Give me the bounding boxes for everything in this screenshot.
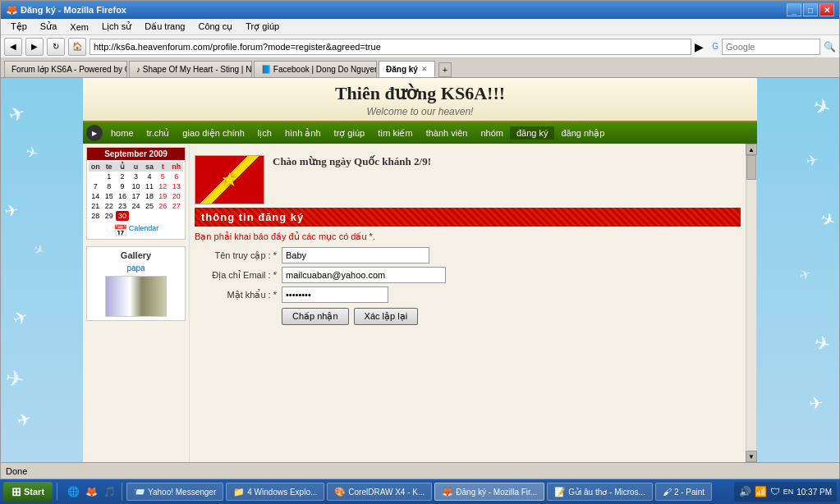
start-label: Start	[24, 487, 44, 497]
back-button[interactable]: ◀	[4, 38, 22, 56]
input-password[interactable]	[282, 286, 388, 303]
site-title: Thiên đường KS6A!!!	[83, 83, 757, 104]
tab-facebook-label: 📘 Facebook | Dong Do Nguyen Canh	[261, 65, 377, 74]
site-nav: ▶ home tr.chủ giao diện chính lịch hình …	[83, 122, 757, 144]
nav-giao-dien[interactable]: giao diện chính	[176, 126, 251, 140]
main-top-area: ★ Chào mừng ngày Quốc khánh 2/9!	[195, 155, 741, 208]
taskbar-explorer[interactable]: 📁 4 Windows Explo...	[226, 483, 324, 501]
menu-history[interactable]: Lịch sử	[95, 20, 138, 34]
maximize-button[interactable]: □	[803, 3, 818, 16]
gallery-widget: Gallery papa	[86, 246, 186, 321]
ie-icon[interactable]: 🌐	[65, 483, 81, 500]
firefox-icon[interactable]: 🦊	[83, 483, 99, 500]
nav-dang-nhap[interactable]: đăng nhập	[554, 126, 611, 140]
menu-help[interactable]: Trợ giúp	[239, 20, 286, 34]
tab-music[interactable]: ♪ Shape Of My Heart - Sting | Nghe nhạc …	[129, 61, 252, 77]
menu-view[interactable]: Xem	[63, 21, 95, 34]
nav-trang-chu[interactable]: tr.chủ	[140, 126, 177, 140]
minimize-button[interactable]: _	[787, 3, 801, 16]
cal-week-5: 28 29 30	[89, 211, 183, 221]
flag-star-icon: ★	[221, 168, 239, 191]
nav-bar: ◀ ▶ ↻ 🏠 ▶ G 🔍	[1, 35, 839, 58]
taskbar-yahoo[interactable]: 📨 Yahoo! Messenger	[126, 483, 223, 501]
tab-register-label: Đăng ký	[386, 65, 418, 74]
browser-icon: 🦊	[6, 4, 17, 16]
reload-button[interactable]: ↻	[47, 38, 65, 56]
reset-button[interactable]: Xác lập lại	[354, 308, 419, 325]
scrollbar-right[interactable]: ▲ ▼	[746, 144, 757, 462]
scroll-up-button[interactable]: ▲	[746, 144, 757, 155]
nav-dang-ky[interactable]: đăng ký	[510, 126, 555, 140]
window-controls: _ □ ✕	[787, 3, 834, 16]
forward-button[interactable]: ▶	[25, 38, 44, 56]
input-email[interactable]	[282, 267, 446, 283]
cal-header-row: on te ủ u sa t nh	[89, 162, 183, 172]
browser-window: 🦊 Đăng ký - Mozilla Firefox _ □ ✕ Tệp Sử…	[0, 0, 840, 479]
home-button[interactable]: 🏠	[68, 38, 86, 56]
registration-form: Tên truy cập : * Địa chỉ Email : * Mật k…	[195, 247, 741, 325]
submit-button[interactable]: Chấp nhận	[282, 308, 349, 325]
taskbar-corel[interactable]: 🎨 CorelDRAW X4 - K...	[327, 483, 432, 501]
cal-header-wed: ủ	[116, 162, 129, 172]
explorer-label: 4 Windows Explo...	[247, 488, 317, 497]
word-label: Gửi âu thơ - Micros...	[568, 488, 645, 497]
cal-week-1: 1 2 3 4 5 6	[89, 172, 183, 181]
taskbar-paint[interactable]: 🖌 2 - Paint	[655, 483, 712, 501]
tab-register[interactable]: Đăng ký ✕	[379, 61, 435, 77]
scroll-thumb[interactable]	[746, 155, 756, 180]
nav-nhom[interactable]: nhóm	[474, 126, 510, 140]
windows-icon: ⊞	[11, 485, 21, 498]
label-username: Tên truy cập : *	[195, 250, 277, 261]
go-button[interactable]: ▶	[695, 40, 704, 53]
google-icon: G	[712, 42, 718, 51]
explorer-icon: 📁	[233, 487, 245, 497]
calendar-icon[interactable]: 📅	[113, 224, 127, 237]
nav-play-icon[interactable]: ▶	[86, 125, 103, 141]
window-title: Đăng ký - Mozilla Firefox	[21, 5, 126, 15]
calendar-grid: on te ủ u sa t nh 1 2	[87, 160, 185, 222]
scroll-down-button[interactable]: ▼	[746, 451, 757, 462]
nav-thanh-vien[interactable]: thành viên	[420, 126, 475, 140]
flag-display: ★	[195, 155, 264, 204]
search-icon[interactable]: 🔍	[824, 41, 836, 53]
nav-tim-kiem[interactable]: tìm kiếm	[371, 126, 419, 140]
menu-bookmarks[interactable]: Dấu trang	[138, 20, 191, 34]
menu-tools[interactable]: Công cụ	[191, 20, 239, 34]
firefox-task-label: Đăng ký - Mozilla Fir...	[456, 488, 537, 497]
label-email: Địa chỉ Email : *	[195, 270, 277, 281]
media-icon[interactable]: 🎵	[101, 483, 117, 500]
new-tab-button[interactable]: +	[438, 62, 452, 77]
form-row-username: Tên truy cập : *	[195, 247, 741, 263]
flag-image: ★	[195, 155, 264, 204]
address-bar[interactable]	[90, 39, 691, 55]
input-username[interactable]	[282, 247, 429, 263]
close-button[interactable]: ✕	[819, 3, 834, 16]
nav-home[interactable]: home	[104, 126, 140, 140]
tabs-bar: Forum lớp KS6A - Powered by CO.CC ✕ ♪ Sh…	[1, 58, 839, 78]
yahoo-icon: 📨	[134, 487, 145, 497]
site-sidebar: September 2009 on te ủ u sa t nh	[83, 144, 190, 462]
site-main-content: ★ Chào mừng ngày Quốc khánh 2/9! thông t…	[190, 144, 746, 462]
tray-network-icon: 🔊	[739, 486, 751, 497]
nav-tro-giup[interactable]: trợ giúp	[328, 126, 372, 140]
taskbar-separator	[57, 483, 57, 501]
tab-facebook[interactable]: 📘 Facebook | Dong Do Nguyen Canh ✕	[254, 61, 377, 77]
menu-edit[interactable]: Sửa	[34, 20, 63, 34]
corel-icon: 🎨	[334, 487, 346, 497]
search-input[interactable]	[722, 39, 820, 55]
scroll-track[interactable]	[746, 155, 756, 451]
taskbar-word[interactable]: 📝 Gửi âu thơ - Micros...	[547, 483, 653, 501]
tab-close-register[interactable]: ✕	[421, 65, 428, 73]
gallery-link[interactable]: papa	[90, 263, 181, 273]
start-button[interactable]: ⊞ Start	[3, 482, 53, 502]
menu-file[interactable]: Tệp	[4, 20, 34, 34]
nav-hinh-anh[interactable]: hình ảnh	[278, 126, 328, 140]
nav-lich[interactable]: lịch	[251, 126, 278, 140]
form-buttons: Chấp nhận Xác lập lại	[282, 308, 741, 325]
form-notice: Bạn phải khai báo đầy đủ các mục có dấu …	[195, 231, 741, 242]
tab-forum[interactable]: Forum lớp KS6A - Powered by CO.CC ✕	[4, 61, 127, 77]
red-banner: thông tin đăng ký	[195, 208, 741, 227]
cal-week-2: 7 8 9 10 11 12 13	[89, 181, 183, 191]
taskbar-firefox[interactable]: 🦊 Đăng ký - Mozilla Fir...	[434, 483, 544, 501]
word-icon: 📝	[554, 487, 566, 497]
